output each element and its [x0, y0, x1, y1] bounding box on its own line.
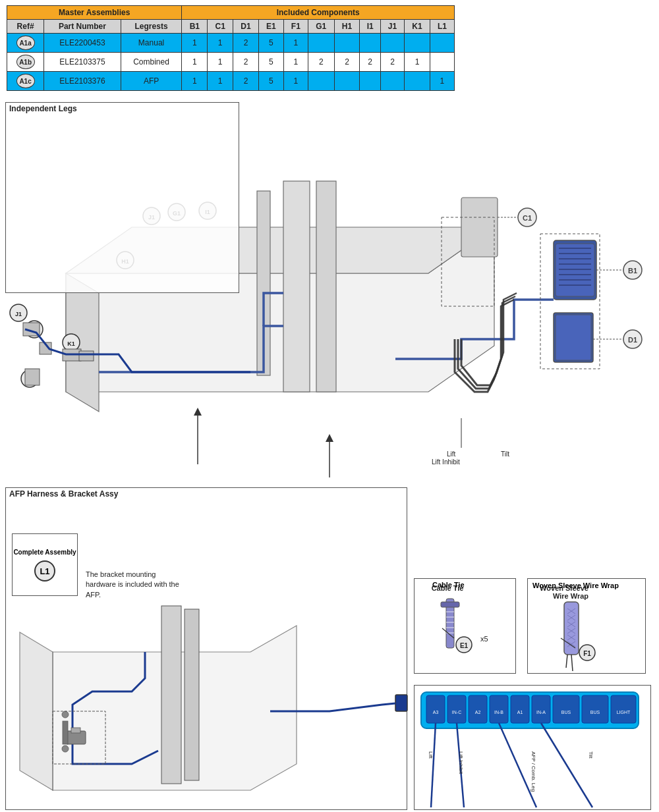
ref-badge-a1b: A1b: [16, 55, 35, 69]
legrests-a1c: AFP: [121, 72, 182, 91]
svg-rect-48: [79, 351, 94, 361]
connector-diagram-box: A3 IN-C A2 IN-B A1 IN-A BUS BUS LIGHT: [414, 685, 651, 810]
svg-text:Lift Inhibit: Lift Inhibit: [458, 751, 464, 774]
col-ref: Ref#: [7, 20, 44, 34]
svg-rect-113: [553, 695, 579, 723]
svg-text:x5: x5: [480, 635, 488, 643]
svg-point-65: [62, 711, 69, 718]
svg-rect-3: [283, 181, 310, 392]
svg-text:C1: C1: [523, 214, 532, 222]
svg-text:Lift Inhibit: Lift Inhibit: [432, 458, 460, 466]
svg-text:D1: D1: [628, 336, 637, 344]
col-f1: F1: [283, 20, 308, 34]
svg-rect-24: [461, 198, 498, 257]
svg-text:BUS: BUS: [561, 710, 571, 715]
part-a1a: ELE2200453: [44, 34, 121, 53]
svg-text:Tilt: Tilt: [588, 751, 594, 759]
svg-text:LIGHT: LIGHT: [617, 710, 631, 715]
cable-tie-header: Cable Tie: [414, 578, 465, 589]
col-b1: B1: [182, 20, 208, 34]
svg-text:K1: K1: [67, 340, 75, 347]
svg-rect-105: [469, 695, 487, 723]
col-h1: H1: [334, 20, 360, 34]
svg-rect-82: [564, 602, 579, 655]
header-master: Master Assemblies: [7, 6, 182, 20]
afp-harness-label: AFP Harness & Bracket Assy: [9, 489, 118, 499]
svg-rect-115: [582, 695, 608, 723]
svg-text:IN-B: IN-B: [494, 710, 503, 715]
assembly-table: Master Assemblies Included Components Re…: [7, 5, 455, 91]
complete-assembly-label: Complete Assembly: [13, 548, 76, 556]
svg-line-95: [566, 655, 567, 668]
cable-tie-box: Cable Tie E1 x5: [414, 578, 516, 674]
svg-text:IN-C: IN-C: [452, 710, 461, 715]
svg-rect-59: [161, 606, 181, 784]
svg-text:J1: J1: [15, 311, 22, 317]
svg-rect-64: [63, 721, 68, 744]
afp-note: The bracket mounting hardware is include…: [86, 570, 188, 600]
svg-rect-7: [556, 244, 594, 296]
svg-text:Lift: Lift: [428, 751, 434, 759]
svg-rect-109: [511, 695, 529, 723]
svg-rect-63: [71, 728, 80, 733]
svg-rect-4: [316, 181, 336, 392]
col-e1: E1: [258, 20, 283, 34]
svg-rect-20: [556, 315, 591, 360]
legrests-a1b: Combined: [121, 53, 182, 72]
col-i1: I1: [360, 20, 381, 34]
col-legrests: Legrests: [121, 20, 182, 34]
svg-line-96: [571, 655, 573, 671]
svg-point-66: [62, 745, 69, 752]
afp-diagram: [0, 599, 409, 810]
svg-text:A3: A3: [433, 710, 439, 715]
svg-text:A2: A2: [475, 710, 481, 715]
part-a1c: ELE2103376: [44, 72, 121, 91]
col-c1: C1: [208, 20, 233, 34]
col-part: Part Number: [44, 20, 121, 34]
col-k1: K1: [405, 20, 430, 34]
ref-badge-a1a: A1a: [16, 36, 35, 50]
svg-rect-70: [441, 602, 459, 607]
col-g1: G1: [308, 20, 334, 34]
part-a1b: ELE2103375: [44, 53, 121, 72]
header-included: Included Components: [182, 6, 455, 20]
table-row-a1c: A1c ELE2103376 AFP 11251 1: [7, 72, 455, 91]
svg-text:Tilt: Tilt: [501, 450, 509, 458]
col-j1: J1: [380, 20, 404, 34]
svg-rect-117: [611, 695, 636, 723]
svg-rect-111: [532, 695, 550, 723]
independent-legs-label: Independent Legs: [9, 104, 77, 113]
svg-line-119: [431, 723, 436, 807]
woven-sleeve-header: Woven Sleeve Wire Wrap: [527, 578, 619, 590]
table-row-a1a: A1a ELE2200453 Manual 11251: [7, 34, 455, 53]
table-row-a1b: A1b ELE2103375 Combined 11251 22221: [7, 53, 455, 72]
legrests-a1a: Manual: [121, 34, 182, 53]
svg-marker-58: [20, 632, 53, 790]
col-l1: L1: [430, 20, 454, 34]
svg-text:F1: F1: [583, 650, 591, 657]
svg-text:Wire Wrap: Wire Wrap: [553, 592, 588, 600]
svg-text:A1: A1: [517, 710, 523, 715]
complete-assembly-badge: L1: [34, 560, 55, 582]
col-d1: D1: [233, 20, 259, 34]
svg-rect-107: [490, 695, 508, 723]
svg-line-122: [541, 723, 592, 807]
svg-rect-103: [447, 695, 466, 723]
svg-text:E1: E1: [460, 642, 469, 649]
svg-text:B1: B1: [628, 267, 637, 275]
svg-text:IN-A: IN-A: [536, 710, 546, 715]
woven-sleeve-box: Woven Sleeve Wire Wrap F1: [527, 578, 646, 674]
svg-rect-61: [395, 695, 407, 711]
svg-rect-60: [185, 609, 199, 780]
svg-text:BUS: BUS: [590, 710, 600, 715]
svg-text:AFP / Comb. Leg: AFP / Comb. Leg: [530, 751, 536, 792]
independent-legs-box: [5, 102, 239, 293]
svg-rect-45: [25, 369, 40, 385]
complete-assembly-container: Complete Assembly L1: [12, 533, 78, 596]
svg-rect-101: [426, 695, 445, 723]
ref-badge-a1c: A1c: [16, 74, 35, 88]
svg-text:Lift: Lift: [447, 450, 456, 458]
